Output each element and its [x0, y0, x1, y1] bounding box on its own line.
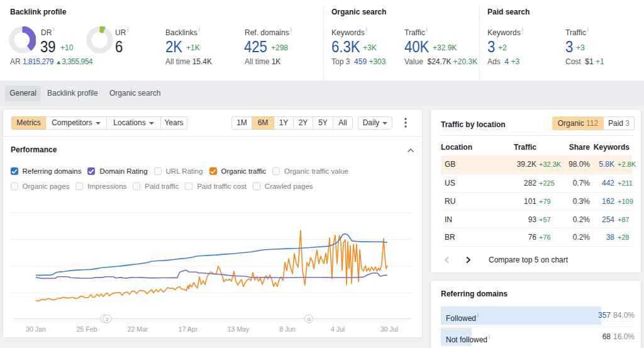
svg-text:2: 2: [106, 317, 109, 322]
svg-text:G: G: [307, 317, 311, 322]
